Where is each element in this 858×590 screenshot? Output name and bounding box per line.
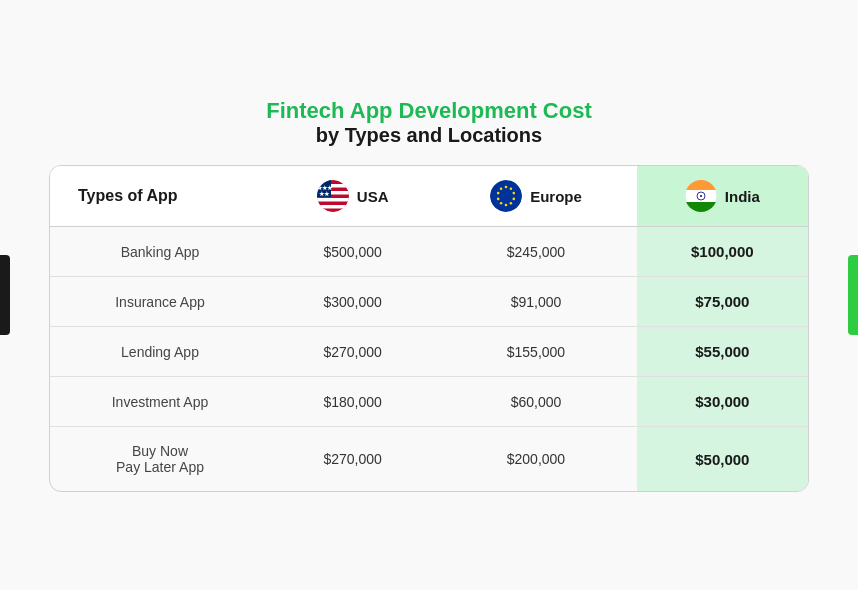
svg-point-14 <box>510 202 513 205</box>
svg-point-12 <box>513 192 516 195</box>
cell-usa: $300,000 <box>270 277 435 327</box>
cell-usa: $500,000 <box>270 227 435 277</box>
usa-flag-icon: ★★★ ★★ <box>317 180 349 212</box>
title-line2: by Types and Locations <box>266 124 592 147</box>
cell-india: $75,000 <box>637 277 808 327</box>
usa-label: USA <box>357 188 389 205</box>
side-bar-right <box>848 255 858 335</box>
header-india: India <box>637 166 808 227</box>
svg-point-13 <box>513 198 516 201</box>
cell-india: $55,000 <box>637 327 808 377</box>
cell-europe: $91,000 <box>435 277 636 327</box>
table-row: Insurance App$300,000$91,000$75,000 <box>50 277 808 327</box>
side-bar-left <box>0 255 10 335</box>
cell-india: $50,000 <box>637 427 808 492</box>
table-row: Lending App$270,000$155,000$55,000 <box>50 327 808 377</box>
header-europe: Europe <box>435 166 636 227</box>
table-body: Banking App$500,000$245,000$100,000Insur… <box>50 227 808 492</box>
europe-label: Europe <box>530 188 582 205</box>
india-label: India <box>725 188 760 205</box>
svg-rect-4 <box>317 205 349 209</box>
svg-point-9 <box>490 180 522 212</box>
svg-point-10 <box>505 186 508 189</box>
cell-india: $30,000 <box>637 377 808 427</box>
table-row: Investment App$180,000$60,000$30,000 <box>50 377 808 427</box>
title-block: Fintech App Development Cost by Types an… <box>266 98 592 147</box>
title-line1: Fintech App Development Cost <box>266 98 592 124</box>
cell-usa: $270,000 <box>270 427 435 492</box>
cell-europe: $245,000 <box>435 227 636 277</box>
cell-india: $100,000 <box>637 227 808 277</box>
table-row: Buy NowPay Later App$270,000$200,000$50,… <box>50 427 808 492</box>
india-flag-icon <box>685 180 717 212</box>
table-row: Banking App$500,000$245,000$100,000 <box>50 227 808 277</box>
table-header-row: Types of App <box>50 166 808 227</box>
comparison-table: Types of App <box>50 166 808 491</box>
svg-point-16 <box>500 202 503 205</box>
svg-point-23 <box>700 195 702 197</box>
svg-point-19 <box>500 187 503 190</box>
page-wrapper: Fintech App Development Cost by Types an… <box>0 0 858 590</box>
cell-app-name: Investment App <box>50 377 270 427</box>
cell-app-name: Buy NowPay Later App <box>50 427 270 492</box>
svg-point-17 <box>497 198 500 201</box>
cell-europe: $60,000 <box>435 377 636 427</box>
header-usa: ★★★ ★★ USA <box>270 166 435 227</box>
cell-usa: $270,000 <box>270 327 435 377</box>
svg-rect-3 <box>317 198 349 202</box>
cell-europe: $200,000 <box>435 427 636 492</box>
data-table-container: Types of App <box>49 165 809 492</box>
cell-europe: $155,000 <box>435 327 636 377</box>
cell-app-name: Banking App <box>50 227 270 277</box>
svg-text:★★: ★★ <box>319 191 330 197</box>
svg-point-18 <box>497 192 500 195</box>
cell-usa: $180,000 <box>270 377 435 427</box>
header-types: Types of App <box>50 166 270 227</box>
svg-point-11 <box>510 187 513 190</box>
cell-app-name: Lending App <box>50 327 270 377</box>
svg-point-15 <box>505 204 508 207</box>
main-content: Fintech App Development Cost by Types an… <box>49 98 809 492</box>
eu-flag-icon <box>490 180 522 212</box>
cell-app-name: Insurance App <box>50 277 270 327</box>
